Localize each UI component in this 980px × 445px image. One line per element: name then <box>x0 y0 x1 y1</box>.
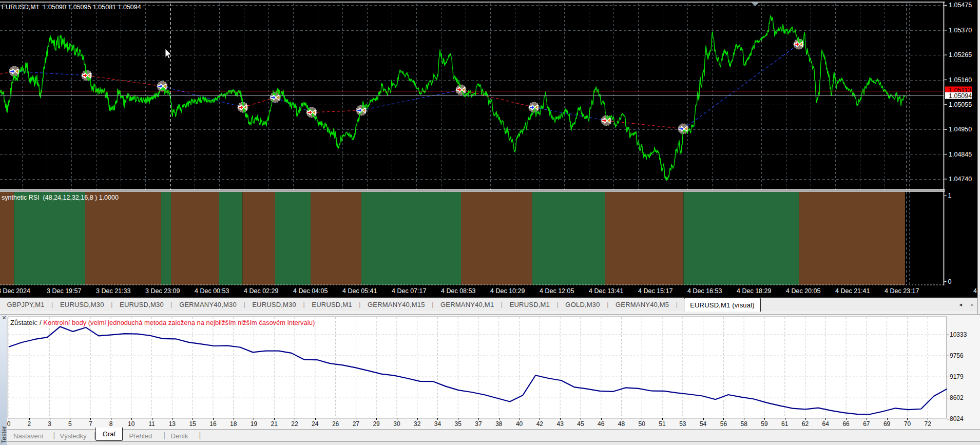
close-icon[interactable]: × <box>1 315 8 322</box>
chart-tab[interactable]: EURUSD,M1 <box>305 301 359 308</box>
chart-tab[interactable]: GOLD,M30 <box>559 301 607 308</box>
chart-tab[interactable]: EURUSD,M30 <box>245 301 303 308</box>
balance-x-tick <box>274 418 275 420</box>
balance-x-tick <box>825 418 826 420</box>
rsi-indicator-label: synthetic RSI (48,24,12,32,16,8 ) 1.0000 <box>2 194 119 201</box>
balance-x-tick-label: 61 <box>781 420 788 428</box>
mt4-terminal: 1.054751.053701.052651.051601.050551.049… <box>0 0 980 445</box>
time-axis-label: 4 Dec 02:29 <box>244 287 278 295</box>
balance-chart[interactable] <box>8 317 947 418</box>
balance-x-tick-label: 15 <box>189 420 196 428</box>
tab-scroll-right-icon[interactable]: ▸ <box>971 301 974 308</box>
balance-x-tick <box>601 418 602 420</box>
balance-x-axis: 0235781011131516181921222426272930323435… <box>0 420 955 429</box>
balance-x-tick <box>642 418 642 420</box>
balance-y-tick <box>947 419 949 419</box>
balance-x-tick-label: 43 <box>556 420 563 428</box>
tester-panel-body: × Tester Zůstatek: / Kontrolní body (vel… <box>0 314 980 445</box>
chart-tab[interactable]: EURUSD,M1 <box>503 301 556 308</box>
bid-price-tag-text: 1.05094 <box>949 92 972 100</box>
balance-x-tick-label: 3 <box>48 420 51 428</box>
time-axis-label: 4 Dec 12:05 <box>540 287 574 295</box>
tester-tab-active[interactable]: Graf <box>95 428 123 441</box>
pane-separator-shadow <box>0 190 945 191</box>
balance-x-tick-label: 10 <box>128 420 134 428</box>
rsi-band-down <box>311 192 361 285</box>
balance-x-tick-label: 11 <box>148 420 155 428</box>
balance-x-tick-label: 54 <box>700 420 706 428</box>
balance-x-tick <box>928 418 928 420</box>
balance-x-tick-label: 70 <box>904 420 911 428</box>
balance-x-tick <box>478 418 479 420</box>
balance-x-tick <box>560 418 561 420</box>
balance-x-tick-label: 40 <box>516 420 523 428</box>
balance-x-tick <box>683 418 683 420</box>
rsi-min-label: 0 <box>948 278 952 285</box>
balance-x-tick <box>744 418 744 420</box>
balance-x-tick <box>622 418 622 420</box>
rsi-band-up <box>532 192 605 285</box>
balance-x-tick-label: 62 <box>802 420 809 428</box>
time-axis-label: 4 Dec 04:05 <box>293 287 328 295</box>
balance-x-tick <box>785 418 785 420</box>
tester-tab[interactable]: Přehled <box>129 432 152 440</box>
chart-tab[interactable]: GERMANY40,M1 <box>434 301 501 308</box>
balance-x-tick-label: 38 <box>495 420 502 428</box>
time-axis-label: 4 Dec 18:29 <box>737 287 771 295</box>
balance-x-tick <box>703 418 704 420</box>
balance-x-tick-label: 21 <box>271 420 278 428</box>
balance-x-tick <box>846 418 847 420</box>
tab-scroll-left-icon[interactable]: ◂ <box>959 301 963 308</box>
rsi-band-down <box>171 192 219 285</box>
tester-tab[interactable]: Nastavení <box>13 432 44 440</box>
balance-x-tick-label: 45 <box>577 420 584 428</box>
rsi-band-up <box>14 192 86 285</box>
balance-y-tick-label: 9179 <box>950 373 964 380</box>
price-chart[interactable]: 1.054751.053701.052651.051601.050551.049… <box>0 0 980 297</box>
time-axis-label: 4 <box>973 287 977 295</box>
balance-x-tick <box>397 418 397 420</box>
balance-x-tick <box>867 418 867 420</box>
balance-x-tick-label: 30 <box>393 420 400 428</box>
chart-tab[interactable]: GERMANY40,M15 <box>361 301 432 308</box>
tester-tab-separator: | <box>163 431 165 439</box>
chart-tab[interactable]: EURUSD,M30 <box>113 301 171 308</box>
time-axis-label: 4 Dec 05:41 <box>342 287 377 295</box>
chart-tab[interactable]: EURUSD,M30 <box>53 301 111 308</box>
price-axis-label: 1.04950 <box>949 126 972 133</box>
rsi-band-up <box>161 192 171 285</box>
balance-x-tick <box>376 418 377 420</box>
balance-x-tick <box>315 418 316 420</box>
balance-x-tick <box>887 418 888 420</box>
tester-tab[interactable]: Výsledky <box>60 432 87 440</box>
balance-x-tick-label: 59 <box>761 420 767 428</box>
balance-x-tick <box>662 418 663 420</box>
chart-tab[interactable]: GERMANY40,M30 <box>172 301 244 308</box>
balance-y-tick-label: 8024 <box>950 415 964 422</box>
balance-x-tick-label: 56 <box>720 420 727 428</box>
control-points-legend-label: Kontrolní body (velmi jednoduchá metoda … <box>43 319 315 326</box>
chart-tab-active[interactable]: EURUSD,M1 (visual) <box>684 298 761 312</box>
chart-tab[interactable]: GBPJPY,M1 <box>0 301 51 308</box>
balance-x-tick-label: 5 <box>68 420 72 428</box>
balance-x-tick-label: 42 <box>536 420 543 428</box>
price-axis-label: 1.05265 <box>949 51 972 59</box>
balance-x-tick <box>540 418 540 420</box>
balance-x-tick <box>90 418 91 420</box>
balance-x-tick-label: 2 <box>28 420 31 428</box>
tab-scroll-arrows: ◂ ▸ <box>959 298 974 311</box>
time-axis-label: 3 Dec 23:09 <box>145 287 180 295</box>
chart-tab[interactable]: GERMANY40,M5 <box>609 301 676 308</box>
time-axis-label: 3 Dec 21:33 <box>96 287 130 295</box>
time-axis-label: 3 Dec 19:57 <box>47 287 81 295</box>
balance-y-tick <box>947 356 949 356</box>
tester-tab[interactable]: Deník <box>171 432 188 440</box>
balance-chart-legend: Zůstatek: / Kontrolní body (velmi jednod… <box>10 319 315 326</box>
balance-x-tick <box>356 418 356 420</box>
rsi-band-up <box>361 192 461 285</box>
tester-tab-strip-border <box>0 430 980 430</box>
balance-x-tick-label: 64 <box>822 420 829 428</box>
time-axis-label: 4 Dec 21:41 <box>835 287 870 295</box>
balance-x-tick <box>907 418 908 420</box>
time-axis-label: 4 Dec 16:53 <box>687 287 722 295</box>
